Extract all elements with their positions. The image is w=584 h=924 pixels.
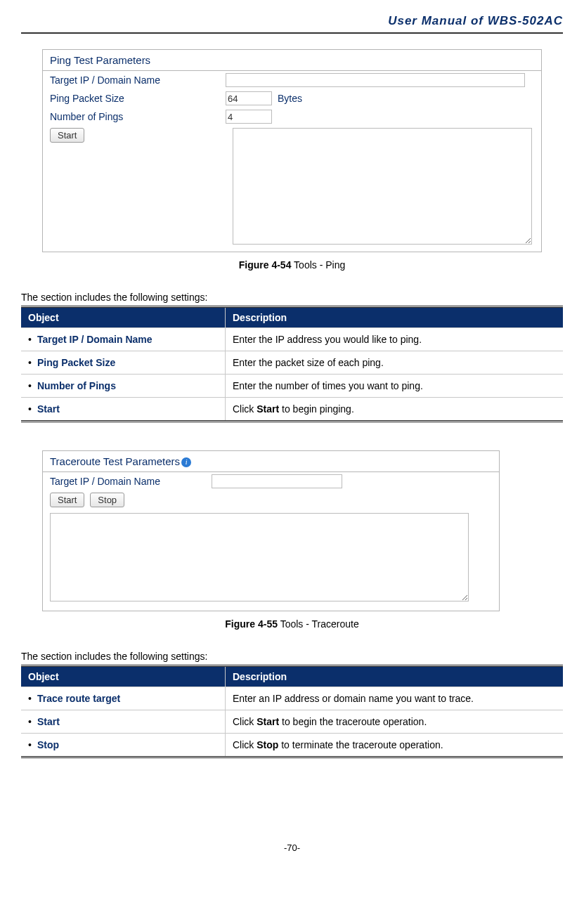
ping-size-label: Ping Packet Size [50, 93, 226, 104]
ping-target-input[interactable] [226, 73, 525, 87]
table1-row0-pre: Enter the IP address you would like to p… [233, 334, 422, 345]
ping-panel-title: Ping Test Parameters [43, 50, 541, 71]
table2-row0-pre: Enter an IP address or domain name you w… [233, 693, 474, 704]
figure-55-caption: Figure 4-55 Tools - Traceroute [21, 618, 563, 630]
table-row: •Number of Pings Enter the number of tim… [21, 375, 563, 398]
table2-row1-strong: Start [257, 716, 279, 727]
table-row: •Stop Click Stop to terminate the tracer… [21, 734, 563, 757]
ping-settings-table: Object Description •Target IP / Domain N… [21, 306, 563, 422]
ping-size-row: Ping Packet Size Bytes [43, 89, 541, 108]
page-number: -70- [21, 842, 563, 853]
ping-target-label: Target IP / Domain Name [50, 74, 226, 86]
table2-head-object: Object [21, 666, 226, 687]
traceroute-settings-table: Object Description •Trace route target E… [21, 665, 563, 758]
figure-55-text: Tools - Traceroute [278, 618, 359, 630]
table1-row2-pre: Enter the number of times you want to pi… [233, 380, 423, 391]
figure-54-caption: Figure 4-54 Tools - Ping [21, 259, 563, 271]
ping-panel: Ping Test Parameters Target IP / Domain … [42, 49, 542, 252]
ping-count-input[interactable] [226, 110, 272, 124]
table1-head-description: Description [226, 307, 564, 328]
table2-row2-obj: Stop [37, 739, 59, 750]
trace-stop-button[interactable]: Stop [90, 493, 124, 507]
trace-target-row: Target IP / Domain Name [43, 472, 499, 490]
trace-target-input[interactable] [212, 474, 342, 488]
table1-row2-obj: Number of Pings [37, 380, 116, 391]
table1-row3-pre: Click [233, 403, 257, 415]
traceroute-title-text: Traceroute Test Parameters [50, 455, 180, 467]
traceroute-panel-title: Traceroute Test Parametersi [43, 451, 499, 472]
figure-55-number: Figure 4-55 [225, 618, 278, 630]
table1-row3-post: to begin pinging. [279, 403, 354, 415]
table2-row2-post: to terminate the traceroute operation. [278, 739, 443, 750]
ping-target-row: Target IP / Domain Name [43, 71, 541, 89]
table1-head-object: Object [21, 307, 226, 328]
trace-target-label: Target IP / Domain Name [50, 476, 212, 487]
table2-row2-strong: Stop [257, 739, 278, 750]
trace-start-button[interactable]: Start [50, 493, 84, 507]
figure-54-number: Figure 4-54 [239, 259, 292, 271]
table-row: •Start Click Start to begin the tracerou… [21, 710, 563, 734]
table2-head-description: Description [226, 666, 564, 687]
table1-row3-obj: Start [37, 403, 60, 415]
ping-count-label: Number of Pings [50, 111, 226, 122]
table-row: •Target IP / Domain Name Enter the IP ad… [21, 328, 563, 351]
table2-row1-post: to begin the traceroute operation. [279, 716, 427, 727]
table1-row1-pre: Enter the packet size of each ping. [233, 357, 384, 368]
table1-row3-strong: Start [257, 403, 279, 415]
table1-row1-obj: Ping Packet Size [37, 357, 115, 368]
traceroute-panel: Traceroute Test Parametersi Target IP / … [42, 450, 500, 611]
section-intro-1: The section includes the following setti… [21, 292, 563, 303]
table-row: •Start Click Start to begin pinging. [21, 398, 563, 422]
trace-output[interactable] [50, 513, 469, 601]
table2-row1-pre: Click [233, 716, 257, 727]
figure-54-text: Tools - Ping [291, 259, 345, 271]
info-icon[interactable]: i [181, 457, 191, 467]
table-row: •Ping Packet Size Enter the packet size … [21, 351, 563, 375]
ping-output[interactable] [233, 128, 532, 245]
ping-size-unit: Bytes [278, 93, 302, 104]
section-intro-2: The section includes the following setti… [21, 651, 563, 662]
ping-count-row: Number of Pings [43, 108, 541, 126]
table2-row2-pre: Click [233, 739, 257, 750]
page-header: User Manual of WBS-502AC [21, 14, 563, 34]
ping-start-button[interactable]: Start [50, 128, 84, 143]
ping-size-input[interactable] [226, 91, 272, 105]
table1-row0-obj: Target IP / Domain Name [37, 334, 153, 345]
table2-row1-obj: Start [37, 716, 60, 727]
table-row: •Trace route target Enter an IP address … [21, 687, 563, 710]
table2-row0-obj: Trace route target [37, 693, 120, 704]
